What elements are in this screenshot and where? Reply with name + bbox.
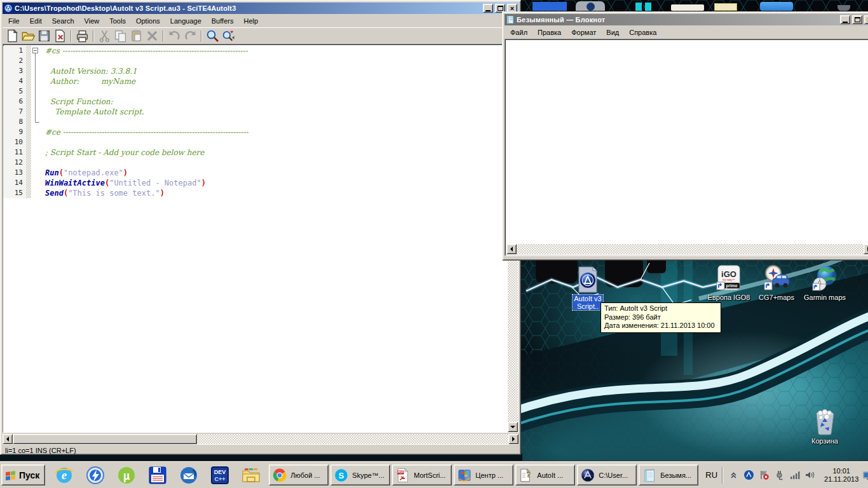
close-file-button[interactable] <box>53 29 67 43</box>
code-line-5[interactable]: 5 <box>3 86 508 97</box>
code-line-4[interactable]: 4 Author: myName <box>3 76 508 86</box>
thunderbird-quicklaunch-icon[interactable] <box>179 465 199 485</box>
desktop-icon-garmin-maps[interactable]: Garmin maps <box>801 264 848 301</box>
menu-help[interactable]: Help <box>239 16 262 26</box>
hscroll-thumb[interactable] <box>13 434 197 444</box>
menu-вид[interactable]: Вид <box>602 27 623 37</box>
notepad-titlebar[interactable]: Безымянный — Блокнот × <box>505 14 868 25</box>
fold-collapse-box[interactable]: – <box>32 48 38 53</box>
notepad-minimize-button[interactable] <box>840 15 850 24</box>
undo-button[interactable] <box>167 29 182 43</box>
fold-margin[interactable] <box>31 66 40 76</box>
code-line-12[interactable]: 12 <box>3 158 508 168</box>
code-line-13[interactable]: 13Run("notepad.exe") <box>3 168 508 178</box>
taskbar-button-skype[interactable]: SSkype™... <box>330 464 390 485</box>
scite-titlebar[interactable]: C:\Users\Tropohod\Desktop\AutoIt v3 Scri… <box>3 3 519 14</box>
code-line-3[interactable]: 3 AutoIt Version: 3.3.8.1 <box>3 66 508 76</box>
code-line-6[interactable]: 6 Script Function: <box>3 97 508 107</box>
total-commander-quicklaunch-icon[interactable] <box>147 465 168 485</box>
menu-buffers[interactable]: Buffers <box>207 16 238 26</box>
fold-margin[interactable] <box>31 56 40 66</box>
daemon-tools-quicklaunch-icon[interactable] <box>85 465 105 485</box>
plug-icon[interactable] <box>774 470 785 480</box>
taskbar-button-pdf[interactable]: PDFMortScri... <box>392 464 452 485</box>
print-button[interactable] <box>75 29 90 43</box>
notepad-hscrollbar[interactable] <box>506 244 868 254</box>
menu-options[interactable]: Options <box>132 16 165 26</box>
code-line-9[interactable]: 9#ce -----------------------------------… <box>3 127 508 137</box>
taskbar-button-autoit-help[interactable]: ?AutoIt ... <box>515 464 575 485</box>
chevron-icon[interactable] <box>728 470 739 480</box>
fold-margin[interactable] <box>31 137 40 147</box>
menu-формат[interactable]: Формат <box>567 27 600 37</box>
fold-margin[interactable]: – <box>31 46 40 56</box>
code-line-15[interactable]: 15Send("This is some text.") <box>3 188 508 198</box>
copy-button[interactable] <box>113 29 128 43</box>
dev-cpp-quicklaunch-icon[interactable]: DEVC++ <box>210 465 230 485</box>
menu-view[interactable]: View <box>80 16 104 26</box>
ie-quicklaunch-icon[interactable]: e <box>54 465 74 485</box>
utorrent-quicklaunch-icon[interactable]: µ <box>116 465 137 485</box>
desktop-icon-europa-igo8[interactable]: iGOmy way™primoЕвропа IGO8 <box>705 264 752 301</box>
open-button[interactable] <box>21 29 36 43</box>
code-line-1[interactable]: 1–#cs ----------------------------------… <box>3 46 508 56</box>
code-line-7[interactable]: 7 Template AutoIt script. <box>3 107 508 117</box>
folder-quicklaunch-icon[interactable] <box>241 465 261 485</box>
fold-margin[interactable] <box>31 188 40 198</box>
scite-minimize-button[interactable] <box>483 4 493 13</box>
replace-button[interactable] <box>221 29 236 43</box>
menu-edit[interactable]: Edit <box>25 16 46 26</box>
signal-icon[interactable] <box>789 470 800 480</box>
fold-margin[interactable] <box>31 86 40 97</box>
fold-margin[interactable] <box>31 168 40 178</box>
code-line-11[interactable]: 11; Script Start - Add your code below h… <box>3 147 508 158</box>
code-line-10[interactable]: 10 <box>3 137 508 147</box>
start-button[interactable]: Пуск <box>1 464 45 485</box>
delete-button[interactable] <box>145 29 159 43</box>
hscroll-right-arrow[interactable] <box>508 434 519 444</box>
hscroll-left-arrow[interactable] <box>3 434 13 444</box>
menu-справка[interactable]: Справка <box>625 27 661 37</box>
code-line-8[interactable]: 8 <box>3 117 508 127</box>
taskbar-button-scite-globe[interactable]: C:\User... <box>577 464 637 485</box>
menu-файл[interactable]: Файл <box>506 27 532 37</box>
np-hscroll-left-arrow[interactable] <box>506 244 517 254</box>
fold-margin[interactable] <box>31 127 40 137</box>
menu-tools[interactable]: Tools <box>105 16 130 26</box>
taskbar-button-update[interactable]: Центр ... <box>454 464 513 485</box>
code-area[interactable]: 1–#cs ----------------------------------… <box>3 46 508 432</box>
fold-margin[interactable] <box>31 178 40 188</box>
taskbar-button-notepad[interactable]: Безымя... <box>639 464 698 485</box>
fold-margin[interactable] <box>31 117 40 127</box>
notepad-text-area[interactable] <box>505 39 868 256</box>
scite-editor[interactable]: 1–#cs ----------------------------------… <box>3 44 519 433</box>
find-button[interactable] <box>205 29 220 43</box>
security-flag-icon[interactable] <box>759 470 770 480</box>
fold-margin[interactable] <box>31 158 40 168</box>
cut-button[interactable] <box>97 29 112 43</box>
fold-margin[interactable] <box>31 107 40 117</box>
paste-button[interactable] <box>129 29 144 43</box>
new-button[interactable] <box>5 29 20 43</box>
editor-hscrollbar[interactable] <box>3 434 519 444</box>
menu-search[interactable]: Search <box>48 16 79 26</box>
taskbar-button-chrome[interactable]: Любой ... <box>269 464 329 485</box>
language-indicator[interactable]: RU <box>701 470 722 480</box>
clock[interactable]: 10:01 21.11.2013 <box>820 467 862 484</box>
notepad-maximize-button[interactable] <box>852 15 862 24</box>
desktop-icon-cg7-maps[interactable]: CG7+maps <box>753 264 800 301</box>
code-line-2[interactable]: 2 <box>3 56 508 66</box>
fold-margin[interactable] <box>31 76 40 86</box>
code-line-14[interactable]: 14WinWaitActive("Untitled - Notepad") <box>3 178 508 188</box>
vscroll-down-arrow[interactable] <box>508 422 518 432</box>
redo-button[interactable] <box>183 29 198 43</box>
show-desktop-button[interactable] <box>862 470 868 480</box>
notepad-close-button[interactable]: × <box>864 15 868 24</box>
fold-margin[interactable] <box>31 97 40 107</box>
fold-margin[interactable] <box>31 147 40 158</box>
save-button[interactable] <box>37 29 51 43</box>
desktop-icon-recycle-bin[interactable]: Корзина <box>801 408 848 445</box>
volume-icon[interactable] <box>804 470 815 480</box>
menu-language[interactable]: Language <box>166 16 206 26</box>
autoit-tray-icon[interactable] <box>743 470 754 480</box>
